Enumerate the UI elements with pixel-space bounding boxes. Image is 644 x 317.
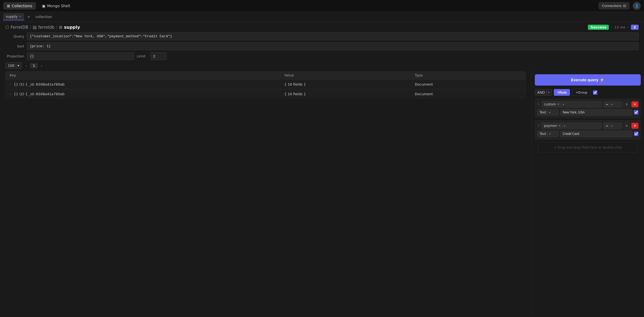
rule-1-value-input[interactable] — [560, 109, 632, 116]
ferretdb-db-label[interactable]: ferretdb — [38, 25, 54, 30]
add-rule-button[interactable]: +Rule — [554, 89, 570, 96]
top-nav-right: Connections ⊟ 👤 — [599, 2, 641, 10]
and-chevron: ▾ — [548, 91, 549, 94]
query-area: Query Sort Projection Limit — [0, 32, 644, 60]
rule-1-clear-icon[interactable]: ✕ — [557, 102, 559, 106]
rule-2-type-divider: | — [547, 132, 548, 136]
limit-input[interactable] — [150, 52, 166, 60]
result-count-badge: 2 — [631, 25, 639, 30]
mongo-shell-tab[interactable]: ▣ Mongo Shell — [38, 2, 74, 10]
collection-label[interactable]: supply — [64, 25, 80, 30]
divider-icon: | — [16, 64, 17, 67]
projection-row: Projection Limit — [5, 52, 639, 60]
rule-2-top-row: ⠿ paymen ✕ | ▾ = | ▾ ⧉ ✕ — [537, 123, 638, 129]
per-page-select[interactable]: 100 | ▾ — [5, 62, 22, 69]
rule-1-top-row: ⠿ custom ✕ | ▾ = | ▾ ⧉ ✕ — [537, 101, 638, 108]
connections-label: Connections — [602, 4, 621, 8]
rule-1-field-select[interactable]: custom ✕ | ▾ — [541, 101, 602, 108]
drag-drop-area: + Drag and drop field here or double-cli… — [538, 142, 638, 153]
and-operator-select[interactable]: AND | ▾ — [535, 89, 552, 96]
rule-1-drag-handle[interactable]: ⠿ — [537, 102, 540, 106]
connections-button[interactable]: Connections ⊟ — [599, 2, 630, 9]
top-nav: ⊞ Collections ▣ Mongo Shell Connections … — [0, 0, 644, 12]
rule-2-drag-handle[interactable]: ⠿ — [537, 124, 540, 128]
row-1-key: {} (2) { _id: 6508a41a760ab — [14, 92, 64, 96]
mongo-shell-label: Mongo Shell — [47, 4, 70, 8]
ferretdb-collection-icon: ▤ — [33, 25, 36, 30]
rule-2-op-divider: | — [609, 124, 610, 128]
rule-2-copy-button[interactable]: ⧉ — [624, 123, 630, 129]
rule-1-op-divider: | — [609, 103, 610, 106]
rule-2-value-input[interactable] — [560, 131, 632, 137]
top-nav-left: ⊞ Collections ▣ Mongo Shell — [3, 2, 74, 10]
rule-1-copy-button[interactable]: ⧉ — [624, 101, 630, 108]
collection-placeholder: collection — [33, 15, 52, 19]
per-page-value: 100 — [8, 64, 14, 68]
user-icon: 👤 — [635, 4, 639, 8]
new-tab-button[interactable]: + — [25, 14, 32, 19]
query-label: Query — [5, 34, 24, 38]
filter-group-header: AND | ▾ +Rule +Group — [535, 89, 641, 96]
rule-2-field-select[interactable]: paymen ✕ | ▾ — [541, 123, 602, 129]
filter-rule-2: ⠿ paymen ✕ | ▾ = | ▾ ⧉ ✕ — [535, 120, 641, 139]
rule-1-type-chevron: ▾ — [549, 111, 551, 114]
rule-1-type-select[interactable]: Text | ▾ — [537, 109, 559, 116]
rule-2-checkbox[interactable] — [634, 132, 638, 136]
ferretdb-db-icon: ☐ — [5, 25, 9, 30]
rule-1-checkbox[interactable] — [634, 110, 638, 115]
row-0-type: Document — [411, 80, 526, 89]
rule-1-field-chevron: ▾ — [563, 103, 564, 106]
and-label: AND — [537, 90, 545, 94]
row-1-expand[interactable]: › — [10, 92, 11, 96]
row-0-value: { 10 fields } — [280, 80, 411, 89]
projection-input[interactable] — [27, 52, 134, 60]
rule-2-type-chevron: ▾ — [549, 132, 551, 135]
results-panel: Key Value Type › {} (1) { _id: 6508a41a7… — [0, 71, 531, 317]
filter-section: AND | ▾ +Rule +Group ⠿ custom ✕ | ▾ — [532, 89, 644, 317]
sep2: / — [56, 25, 57, 30]
next-page-button[interactable]: › — [39, 63, 44, 68]
rule-2-op-select[interactable]: = | ▾ — [603, 123, 622, 129]
filter-group-checkbox[interactable] — [593, 90, 597, 95]
main-layout: Key Value Type › {} (1) { _id: 6508a41a7… — [0, 71, 644, 317]
ferretdb-label[interactable]: FerretDB — [10, 25, 28, 30]
rule-1-op-select[interactable]: = | ▾ — [603, 101, 622, 108]
rule-2-field-divider: | — [562, 124, 563, 128]
tab-bar: supply × + collection — [0, 12, 644, 22]
filter-rule-1: ⠿ custom ✕ | ▾ = | ▾ ⧉ ✕ — [535, 99, 641, 118]
execute-query-button[interactable]: Execute query ⚡ — [535, 74, 641, 86]
status-area: Success - 11 ms - 2 — [588, 25, 639, 30]
prev-page-button[interactable]: ‹ — [24, 63, 28, 68]
col-type: Type — [411, 71, 526, 80]
supply-tab[interactable]: supply × — [3, 13, 24, 20]
add-group-button[interactable]: +Group — [572, 89, 591, 96]
sep1: / — [30, 25, 31, 30]
rule-2-op-value: = — [606, 124, 608, 128]
breadcrumb: ☐ FerretDB / ▤ ferretdb / ⊞ supply — [5, 25, 80, 30]
rule-2-field-chevron: ▾ — [564, 124, 565, 127]
rule-2-type-select[interactable]: Text | ▾ — [537, 131, 559, 137]
collections-label: Collections — [12, 4, 32, 8]
status-dash1: - — [611, 25, 612, 29]
rule-2-delete-button[interactable]: ✕ — [631, 123, 638, 129]
collections-icon: ⊞ — [7, 4, 10, 8]
row-0-expand[interactable]: › — [10, 82, 11, 86]
rule-1-op-chevron: ▾ — [612, 103, 613, 106]
sort-input[interactable] — [27, 42, 639, 50]
per-page-chevron: ▾ — [18, 64, 20, 68]
query-row: Query — [5, 32, 639, 40]
current-page: 1 — [30, 63, 38, 68]
rule-2-clear-icon[interactable]: ✕ — [558, 124, 561, 128]
limit-label: Limit — [137, 54, 148, 58]
row-1-key-cell: › {} (2) { _id: 6508a41a760ab — [5, 89, 280, 99]
right-panel: Execute query ⚡ AND | ▾ +Rule +Group ⠿ c… — [531, 71, 644, 317]
query-input[interactable] — [27, 32, 639, 40]
connections-icon: ⊟ — [623, 4, 626, 8]
rule-2-type-value: Text — [540, 132, 546, 136]
supply-tab-close[interactable]: × — [19, 15, 21, 18]
pagination-nav: ‹ 1 › — [24, 63, 44, 68]
collections-tab[interactable]: ⊞ Collections — [3, 2, 36, 10]
rule-1-delete-button[interactable]: ✕ — [631, 101, 638, 107]
user-avatar[interactable]: 👤 — [633, 2, 641, 10]
projection-label: Projection — [5, 54, 24, 58]
